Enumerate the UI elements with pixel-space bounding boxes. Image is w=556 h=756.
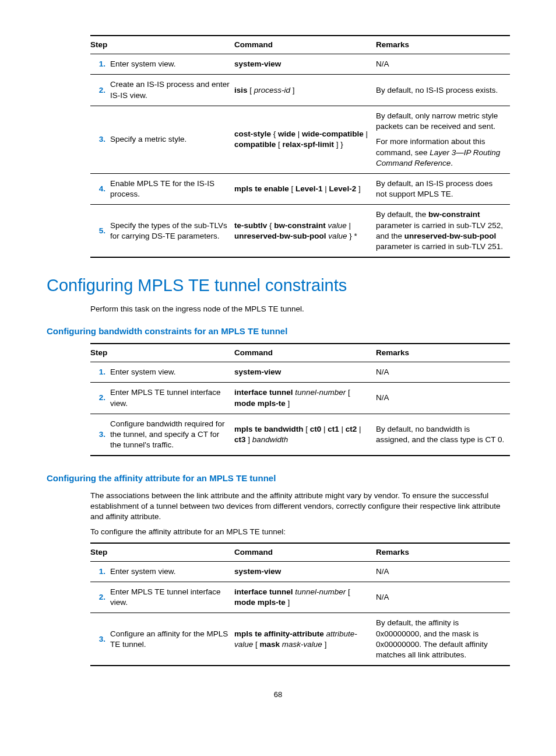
remarks-cell: N/A xyxy=(376,582,510,612)
affinity-desc: The associations between the link attrib… xyxy=(90,491,509,523)
affinity-config-table: Step Command Remarks 1.Enter system view… xyxy=(90,542,510,667)
table-row: 3.Configure an affinity for the MPLS TE … xyxy=(90,613,510,666)
th-remarks: Remarks xyxy=(376,36,510,54)
table-row: 3.Configure bandwidth required for the t… xyxy=(90,414,510,456)
th-step: Step xyxy=(90,36,234,54)
step-description: Enter system view. xyxy=(110,54,234,75)
table-row: 2.Create an IS-IS process and enter IS-I… xyxy=(90,75,510,106)
th-step: Step xyxy=(90,344,234,362)
step-description: Enter system view. xyxy=(110,561,234,582)
heading-affinity: Configuring the affinity attribute for a… xyxy=(47,473,509,484)
table-row: 2.Enter MPLS TE tunnel interface view.in… xyxy=(90,383,510,414)
step-number: 2. xyxy=(90,383,110,414)
remarks-cell: N/A xyxy=(376,383,510,414)
table-row: 1.Enter system view.system-viewN/A xyxy=(90,54,510,75)
table-row: 1.Enter system view.system-viewN/A xyxy=(90,362,510,383)
step-description: Configure bandwidth required for the tun… xyxy=(110,414,234,456)
remarks-cell: N/A xyxy=(376,362,510,383)
command-cell: mpls te affinity-attribute attribute-val… xyxy=(234,613,376,666)
command-cell: mpls te bandwidth [ ct0 | ct1 | ct2 | ct… xyxy=(234,414,376,456)
step-number: 3. xyxy=(90,414,110,456)
step-description: Specify the types of the sub-TLVs for ca… xyxy=(110,205,234,257)
command-cell: interface tunnel tunnel-number [ mode mp… xyxy=(234,383,376,414)
affinity-lead: To configure the affinity attribute for … xyxy=(90,527,509,537)
heading-bandwidth: Configuring bandwidth constraints for an… xyxy=(47,326,509,337)
remarks-cell: By default, no IS-IS process exists. xyxy=(376,75,510,106)
step-description: Configure an affinity for the MPLS TE tu… xyxy=(110,613,234,666)
command-cell: system-view xyxy=(234,561,376,582)
command-cell: isis [ process-id ] xyxy=(234,75,376,106)
remarks-cell: By default, the affinity is 0x00000000, … xyxy=(376,613,510,666)
command-cell: system-view xyxy=(234,54,376,75)
table1-body: 1.Enter system view.system-viewN/A2.Crea… xyxy=(90,54,510,258)
table-row: 1.Enter system view.system-viewN/A xyxy=(90,561,510,582)
step-description: Enter system view. xyxy=(110,362,234,383)
command-cell: te-subtlv { bw-constraint value | unrese… xyxy=(234,205,376,257)
step-description: Enable MPLS TE for the IS-IS process. xyxy=(110,173,234,204)
intro-text: Perform this task on the ingress node of… xyxy=(90,304,509,314)
table-row: 2.Enter MPLS TE tunnel interface view.in… xyxy=(90,582,510,612)
page-number: 68 xyxy=(47,690,509,700)
remarks-cell: By default, no bandwidth is assigned, an… xyxy=(376,414,510,456)
step-number: 3. xyxy=(90,106,110,173)
table-row: 5.Specify the types of the sub-TLVs for … xyxy=(90,205,510,257)
step-number: 1. xyxy=(90,362,110,383)
remarks-cell: By default, only narrow metric style pac… xyxy=(376,106,510,173)
step-number: 1. xyxy=(90,54,110,75)
table-row: 4.Enable MPLS TE for the IS-IS process.m… xyxy=(90,173,510,204)
step-description: Specify a metric style. xyxy=(110,106,234,173)
bandwidth-config-table: Step Command Remarks 1.Enter system view… xyxy=(90,343,510,457)
remarks-cell: By default, an IS-IS process does not su… xyxy=(376,173,510,204)
remarks-cell: N/A xyxy=(376,54,510,75)
th-command: Command xyxy=(234,36,376,54)
step-description: Enter MPLS TE tunnel interface view. xyxy=(110,383,234,414)
th-command: Command xyxy=(234,344,376,362)
th-remarks: Remarks xyxy=(376,543,510,562)
th-step: Step xyxy=(90,543,234,562)
isis-config-table: Step Command Remarks 1.Enter system view… xyxy=(90,35,510,258)
step-number: 2. xyxy=(90,75,110,106)
command-cell: system-view xyxy=(234,362,376,383)
step-number: 4. xyxy=(90,173,110,204)
command-cell: cost-style { wide | wide-compatible | co… xyxy=(234,106,376,173)
step-description: Create an IS-IS process and enter IS-IS … xyxy=(110,75,234,106)
table2-body: 1.Enter system view.system-viewN/A2.Ente… xyxy=(90,362,510,456)
step-number: 5. xyxy=(90,205,110,257)
table-row: 3.Specify a metric style.cost-style { wi… xyxy=(90,106,510,173)
step-number: 1. xyxy=(90,561,110,582)
remarks-cell: N/A xyxy=(376,561,510,582)
step-number: 3. xyxy=(90,613,110,666)
th-command: Command xyxy=(234,543,376,562)
heading-constraints: Configuring MPLS TE tunnel constraints xyxy=(47,274,509,297)
th-remarks: Remarks xyxy=(376,344,510,362)
remarks-cell: By default, the bw-constraint parameter … xyxy=(376,205,510,257)
command-cell: interface tunnel tunnel-number [ mode mp… xyxy=(234,582,376,612)
table3-body: 1.Enter system view.system-viewN/A2.Ente… xyxy=(90,561,510,666)
step-number: 2. xyxy=(90,582,110,612)
step-description: Enter MPLS TE tunnel interface view. xyxy=(110,582,234,612)
command-cell: mpls te enable [ Level-1 | Level-2 ] xyxy=(234,173,376,204)
